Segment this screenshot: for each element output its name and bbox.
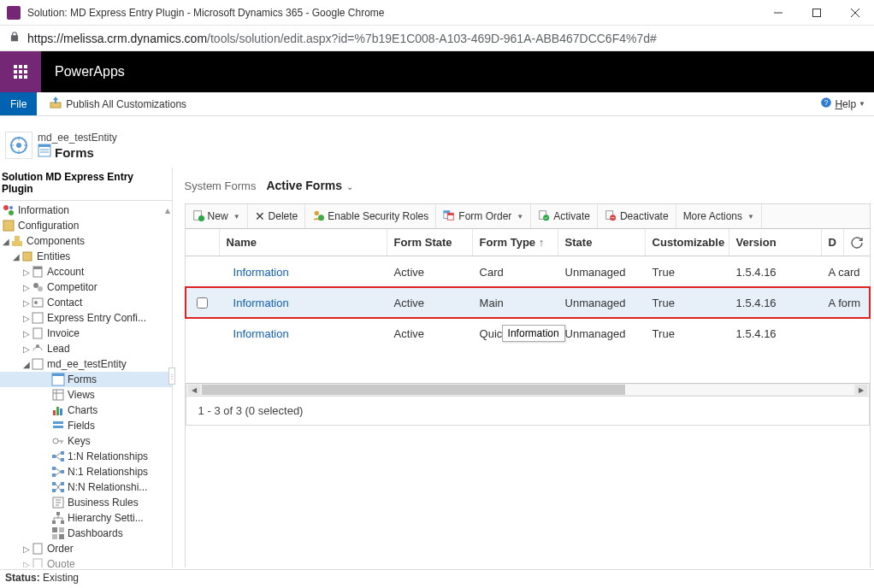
sidebar-item-lead[interactable]: ▷Lead	[0, 341, 172, 356]
sidebar-item-business-rules[interactable]: Business Rules	[0, 495, 172, 510]
row-checkbox[interactable]	[186, 328, 220, 339]
svg-rect-75	[61, 520, 64, 524]
column-name[interactable]: Name	[220, 229, 387, 256]
table-header: Name Form State Form Type ↑ State Custom…	[185, 229, 871, 256]
form-order-button[interactable]: Form Order▼	[436, 204, 531, 228]
security-icon	[312, 209, 324, 224]
sidebar-item-entities[interactable]: ◢Entities	[0, 249, 172, 264]
form-icon	[38, 144, 51, 161]
entity-name: md_ee_testEntity	[38, 132, 117, 144]
maximize-button[interactable]	[797, 0, 836, 25]
form-icon	[51, 373, 65, 386]
svg-point-95	[543, 215, 549, 220]
scroll-left-button[interactable]: ◀	[188, 385, 200, 395]
delete-button[interactable]: ✕Delete	[248, 204, 306, 228]
collapse-icon[interactable]: ◢	[22, 360, 31, 369]
expand-icon[interactable]: ▷	[22, 283, 31, 292]
table-row[interactable]: Information Active Main Unmanaged True 1…	[186, 287, 870, 318]
svg-point-38	[34, 301, 38, 304]
sidebar-item-keys[interactable]: Keys	[0, 433, 172, 449]
new-button[interactable]: New▼	[186, 204, 248, 228]
close-button[interactable]	[836, 0, 874, 25]
svg-point-88	[315, 210, 319, 215]
row-checkbox[interactable]	[186, 297, 220, 309]
svg-rect-7	[14, 70, 17, 74]
entity-icon	[31, 296, 44, 309]
column-select-all[interactable]	[186, 229, 220, 256]
svg-rect-31	[15, 236, 20, 241]
sidebar-item-account[interactable]: ▷Account	[0, 264, 172, 279]
horizontal-scrollbar[interactable]: ◀ ▶	[186, 383, 870, 397]
collapse-icon[interactable]: ◢	[12, 252, 21, 262]
expand-icon[interactable]: ▷	[22, 544, 31, 554]
entity-icon	[31, 342, 44, 356]
expand-icon[interactable]: ▷	[22, 344, 31, 354]
form-link[interactable]: Information	[233, 297, 289, 309]
expand-icon[interactable]: ▷	[22, 298, 31, 308]
expand-icon[interactable]: ▷	[22, 268, 31, 277]
sidebar-item-order[interactable]: ▷Order	[0, 541, 172, 556]
sidebar-item-charts[interactable]: Charts	[0, 403, 172, 418]
entity-icon	[31, 557, 44, 567]
svg-rect-45	[53, 390, 63, 400]
sidebar-item-hierarchy-settings[interactable]: Hierarchy Setti...	[0, 510, 172, 526]
refresh-button[interactable]	[844, 236, 870, 250]
form-link[interactable]: Information	[233, 266, 289, 279]
column-state[interactable]: State	[558, 229, 646, 256]
entity-sub: Forms	[55, 145, 94, 160]
column-customizable[interactable]: Customizable	[646, 229, 729, 256]
sidebar-item-1n-relationships[interactable]: 1:N Relationships	[0, 449, 172, 464]
svg-point-36	[38, 286, 43, 291]
sidebar-item-dashboards[interactable]: Dashboards	[0, 526, 172, 541]
form-link[interactable]: Information	[233, 327, 289, 340]
deactivate-button[interactable]: Deactivate	[598, 204, 676, 228]
sidebar-item-forms[interactable]: Forms	[0, 372, 172, 387]
sidebar-item-components[interactable]: ◢Components	[0, 233, 172, 249]
sidebar-item-configuration[interactable]: Configuration	[0, 218, 172, 233]
sidebar-item-invoice[interactable]: ▷Invoice	[0, 326, 172, 341]
status-label: Status:	[5, 572, 43, 584]
sidebar-item-nn-relationships[interactable]: N:N Relationshi...	[0, 479, 172, 495]
table-row[interactable]: Information Active Card Unmanaged True 1…	[186, 256, 870, 287]
row-checkbox[interactable]	[186, 267, 220, 278]
minimize-button[interactable]	[759, 0, 797, 25]
sidebar-item-fields[interactable]: Fields	[0, 418, 172, 433]
svg-rect-29	[3, 220, 14, 231]
window-titlebar: Solution: MD Express Entry Plugin - Micr…	[0, 0, 874, 26]
sidebar-item-express-entry-config[interactable]: ▷Express Entry Confi...	[0, 310, 172, 326]
publish-all-button[interactable]: Publish All Customizations	[44, 92, 192, 115]
address-bar[interactable]: https://melissa.crm.dynamics.com/tools/s…	[0, 26, 874, 51]
expand-icon[interactable]: ▷	[22, 329, 31, 338]
scrollbar-track[interactable]	[202, 385, 853, 395]
column-version[interactable]: Version	[729, 229, 822, 256]
expand-icon[interactable]: ▷	[22, 314, 31, 323]
column-form-type[interactable]: Form Type ↑	[473, 229, 558, 256]
column-description[interactable]: D	[822, 229, 844, 256]
entity-icon	[31, 265, 44, 279]
expand-icon[interactable]: ▷	[22, 560, 31, 568]
sidebar-item-competitor[interactable]: ▷Competitor	[0, 279, 172, 295]
enable-security-roles-button[interactable]: Enable Security Roles	[305, 204, 436, 228]
activate-button[interactable]: Activate	[531, 204, 598, 228]
app-launcher-button[interactable]	[0, 51, 41, 92]
svg-rect-6	[24, 65, 27, 68]
sidebar-item-information[interactable]: Information	[0, 203, 172, 218]
svg-rect-62	[52, 467, 56, 470]
view-selector[interactable]: System Forms Active Forms ⌄	[185, 174, 871, 203]
chevron-down-icon: ⌄	[346, 182, 353, 191]
sidebar-item-quote[interactable]: ▷Quote	[0, 556, 172, 567]
scrollbar-thumb[interactable]	[202, 385, 626, 395]
scroll-up-indicator[interactable]: ▴	[165, 204, 170, 216]
sidebar-item-md-ee-testentity[interactable]: ◢md_ee_testEntity	[0, 356, 172, 372]
collapse-icon[interactable]: ◢	[2, 237, 10, 246]
more-actions-button[interactable]: More Actions▼	[676, 204, 762, 228]
help-menu[interactable]: ? Help ▼	[812, 92, 874, 115]
publish-icon	[49, 96, 62, 112]
sidebar-item-contact[interactable]: ▷Contact	[0, 295, 172, 310]
scroll-right-button[interactable]: ▶	[855, 385, 867, 395]
file-menu-button[interactable]: File	[0, 92, 37, 115]
sidebar-item-n1-relationships[interactable]: N:1 Relationships	[0, 464, 172, 479]
sidebar-item-views[interactable]: Views	[0, 387, 172, 403]
grid-toolbar: New▼ ✕Delete Enable Security Roles Form …	[185, 203, 871, 229]
column-form-state[interactable]: Form State	[387, 229, 473, 256]
